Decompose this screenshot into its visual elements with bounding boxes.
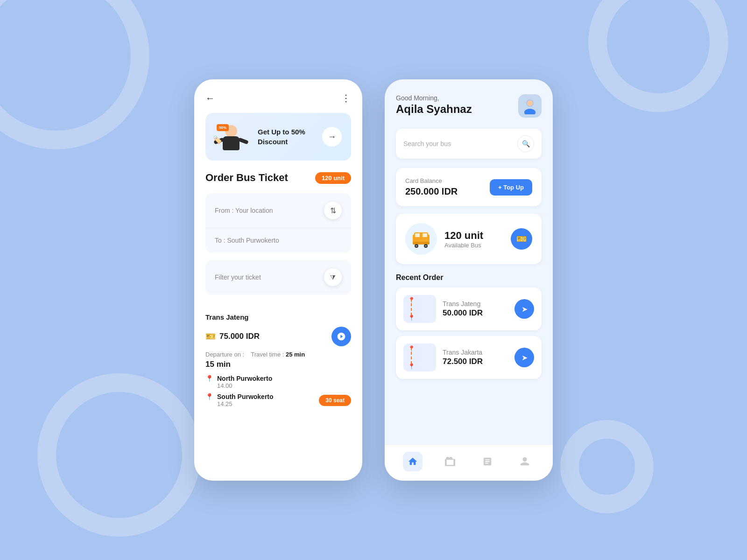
stop-south-left: 📍 South Purwokerto 14.25: [205, 393, 274, 407]
bus-icon-wrap: [405, 223, 437, 255]
order-company-2: Trans Jakarta: [443, 349, 514, 356]
svg-point-9: [416, 245, 417, 247]
recent-order-title: Recent Order: [396, 273, 542, 282]
svg-point-1: [524, 109, 536, 114]
bg-decoration-3: [588, 0, 728, 112]
departure-time: 15 min: [205, 360, 351, 369]
search-button[interactable]: 🔍: [517, 135, 534, 152]
order-title-row: Order Bus Ticket 120 unit: [205, 172, 351, 184]
stop-north: 📍 North Purwokerto 14.00: [205, 375, 351, 389]
nav-tickets-button[interactable]: [440, 452, 460, 471]
to-label: To : South Purwokerto: [215, 237, 279, 244]
tickets-icon: [445, 456, 455, 467]
tag-icon: 🏷️: [213, 135, 222, 144]
result-price: 75.000 IDR: [219, 332, 260, 341]
book-icon: [337, 332, 346, 341]
search-placeholder-text: Search your bus: [403, 140, 451, 147]
bg-decoration-1: [0, 0, 149, 149]
promo-arrow-button[interactable]: →: [322, 127, 342, 147]
pin-blue-icon: 📍: [205, 375, 213, 382]
swap-button[interactable]: ⇅: [324, 202, 342, 219]
order-map-thumb-2: 📍 📍: [403, 343, 436, 371]
avatar: [518, 94, 542, 118]
nav-orders-button[interactable]: [478, 452, 497, 471]
map-pin-bottom-2: 📍: [408, 363, 415, 370]
svg-rect-7: [413, 242, 430, 245]
order-title: Order Bus Ticket: [205, 172, 288, 184]
order-company-1: Trans Jateng: [443, 300, 514, 308]
map-line-2: [411, 347, 412, 364]
promo-title: Get Up to 50% Discount: [258, 127, 322, 147]
navigate-button-1[interactable]: ➤: [514, 299, 534, 319]
price-left: 🎫 75.000 IDR: [205, 331, 260, 342]
phone2-content: Good Morning, Aqila Syahnaz Search your …: [385, 79, 553, 445]
greeting-text-block: Good Morning, Aqila Syahnaz: [396, 94, 472, 116]
nav-profile-button[interactable]: [515, 452, 535, 471]
balance-info: Card Balance 250.000 IDR: [405, 177, 458, 197]
order-map-thumb-1: 📍 📍: [403, 295, 436, 323]
stop-south-info: South Purwokerto 14.25: [217, 393, 274, 407]
svg-point-11: [425, 245, 427, 247]
user-name: Aqila Syahnaz: [396, 103, 472, 116]
more-menu-button[interactable]: ⋮: [341, 92, 351, 104]
book-button[interactable]: [331, 327, 351, 346]
order-item-2[interactable]: 📍 📍 Trans Jakarta 72.500 IDR ➤: [396, 336, 542, 379]
result-card: Trans Jateng 🎫 75.000 IDR Departure on :…: [205, 306, 351, 415]
svg-point-2: [527, 100, 533, 106]
stop-south-time: 14.25: [217, 400, 274, 407]
back-button[interactable]: ←: [205, 93, 215, 104]
svg-rect-6: [423, 233, 427, 237]
home-icon: [408, 456, 418, 467]
profile-icon: [520, 456, 530, 467]
phone-order-ticket: ← ⋮ 50% 🏷️ Get Up to 50% Discount →: [194, 79, 362, 481]
filter-label: Filter your ticket: [215, 273, 261, 281]
departure-label: Departure on :: [205, 351, 244, 358]
ticket-circle-button[interactable]: 🎫: [511, 228, 532, 250]
promo-text: Get Up to 50% Discount: [252, 127, 322, 147]
discount-badge: 50%: [217, 124, 229, 131]
balance-amount: 250.000 IDR: [405, 186, 458, 197]
from-label: From : Your location: [215, 207, 273, 214]
from-field[interactable]: From : Your location ⇅: [205, 193, 351, 228]
map-pin-bottom-1: 📍: [408, 315, 415, 321]
to-field[interactable]: To : South Purwokerto: [205, 228, 351, 252]
bottom-nav: [385, 445, 553, 481]
order-details-2: Trans Jakarta 72.500 IDR: [436, 349, 514, 366]
filter-section[interactable]: Filter your ticket ⧩: [205, 260, 351, 294]
promo-illustration: 50% 🏷️: [215, 120, 252, 153]
topup-button[interactable]: + Top Up: [490, 179, 532, 196]
phones-container: ← ⋮ 50% 🏷️ Get Up to 50% Discount →: [194, 79, 553, 481]
nav-home-button[interactable]: [403, 452, 423, 471]
travel-time-value: 25 min: [286, 351, 305, 358]
navigate-button-2[interactable]: ➤: [514, 348, 534, 367]
bus-count: 120 unit: [444, 230, 511, 242]
greeting-row: Good Morning, Aqila Syahnaz: [396, 94, 542, 118]
person-torso: [223, 136, 240, 150]
bus-card: 120 unit Available Bus 🎫: [396, 214, 542, 264]
avatar-icon: [521, 98, 538, 114]
search-bar[interactable]: Search your bus 🔍: [396, 129, 542, 159]
balance-card: Card Balance 250.000 IDR + Top Up: [396, 168, 542, 206]
result-company-name: Trans Jateng: [205, 313, 351, 321]
filter-button[interactable]: ⧩: [324, 268, 342, 286]
ticket-icon: 🎫: [205, 331, 216, 342]
map-line-1: [411, 299, 412, 315]
bg-decoration-2: [37, 373, 201, 537]
orders-icon: [482, 456, 493, 467]
bus-icon: [411, 229, 431, 249]
bus-info: 120 unit Available Bus: [437, 230, 511, 249]
travel-time-label: Travel time :: [251, 351, 284, 358]
unit-badge: 120 unit: [315, 172, 351, 184]
stop-south-row: 📍 South Purwokerto 14.25 30 seat: [205, 393, 351, 407]
pin-red-icon: 📍: [205, 393, 213, 400]
order-item-1[interactable]: 📍 📍 Trans Jateng 50.000 IDR ➤: [396, 287, 542, 330]
departure-info: Departure on : Travel time : 25 min: [205, 351, 351, 358]
bg-decoration-4: [560, 420, 654, 513]
phone1-header: ← ⋮: [205, 92, 351, 104]
promo-banner: 50% 🏷️ Get Up to 50% Discount →: [205, 113, 351, 161]
greeting-label: Good Morning,: [396, 94, 472, 102]
order-details-1: Trans Jateng 50.000 IDR: [436, 300, 514, 318]
price-row: 🎫 75.000 IDR: [205, 327, 351, 346]
phone-home: Good Morning, Aqila Syahnaz Search your …: [385, 79, 553, 481]
svg-rect-5: [415, 233, 420, 237]
